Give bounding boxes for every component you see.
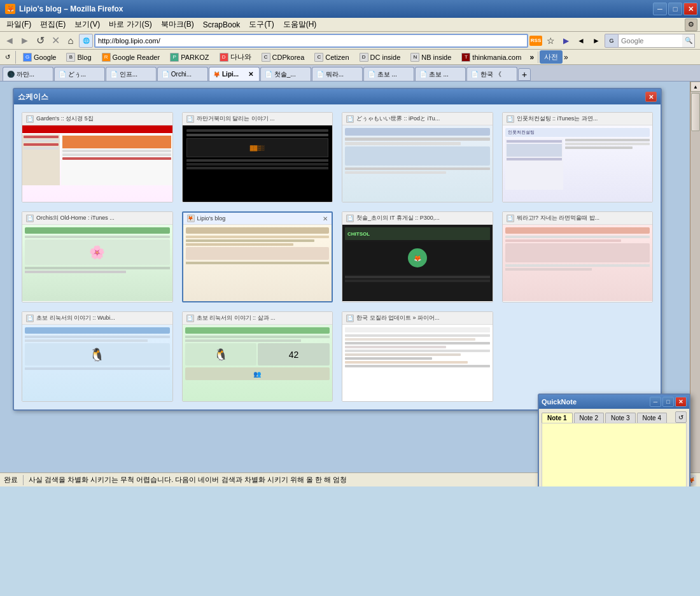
quicknote-refresh[interactable]: ↺: [675, 411, 687, 423]
bookmark-reader[interactable]: R Google Reader: [97, 51, 165, 64]
quicknote-close[interactable]: ✕: [675, 397, 687, 407]
quicknote-title-bar: QuickNote ─ □ ✕: [539, 395, 689, 409]
thumbnail-gardens[interactable]: 📄 Garden's :: 성시경 5집: [22, 112, 173, 202]
vertical-scrollbar[interactable]: ▲ ▼: [690, 82, 700, 486]
tab-2-label: 📄 인프...: [110, 70, 137, 79]
tab-5-label: 📄 첫솔_...: [265, 70, 296, 79]
menu-bookmarks[interactable]: 북마크(B): [157, 18, 198, 31]
quicknote-win-controls: ─ □ ✕: [650, 397, 687, 407]
cetizen-icon: C: [314, 53, 323, 62]
maximize-button[interactable]: □: [668, 3, 682, 15]
back-button[interactable]: ◄: [3, 34, 17, 48]
search-input[interactable]: [619, 34, 682, 48]
firefox-icon: 🦊: [5, 4, 15, 14]
minimize-button[interactable]: ─: [653, 3, 667, 15]
menu-view[interactable]: 보기(V): [71, 18, 104, 31]
thumbnail-orchis[interactable]: 📄 Orchis의 Old-Home : iTunes ... 🌸: [22, 211, 173, 302]
title-bar: 🦊 Lipio's blog – Mozilla Firefox ─ □ ✕: [0, 0, 700, 18]
scrollbar-thumb[interactable]: [691, 93, 700, 131]
stop-button[interactable]: ✕: [48, 34, 62, 48]
status-sep1: [23, 475, 24, 485]
search-go-button[interactable]: 🔍: [682, 34, 695, 48]
bookmark-dict[interactable]: 사전: [540, 50, 563, 64]
add-tab-button[interactable]: +: [518, 68, 531, 81]
quicknote-tab-2[interactable]: Note 2: [574, 413, 604, 423]
thumbnail-lipio-close[interactable]: ✕: [323, 215, 328, 222]
thumbnail-chobo2-preview: 🐧 42 👥: [183, 325, 333, 401]
bookmarks-more[interactable]: »: [527, 53, 536, 62]
bookmark-google[interactable]: G Google: [18, 51, 60, 64]
bookmark-danawa[interactable]: D 다나와: [215, 50, 256, 64]
home-button[interactable]: ⌂: [64, 34, 78, 48]
quicknote-maximize[interactable]: □: [662, 397, 674, 407]
thumbnail-lipio[interactable]: 🦊 Lipio's blog ✕: [182, 211, 333, 302]
menu-edit[interactable]: 편집(E): [36, 18, 69, 31]
scrollbar-track[interactable]: [690, 92, 700, 476]
tab-9[interactable]: 📄 한국 《: [466, 67, 517, 81]
thumbnail-what-icon: 📄: [507, 215, 514, 222]
thumbnail-mozilla[interactable]: 📄 한국 모질라 업데이트 » 파이어...: [342, 311, 493, 402]
menu-tools[interactable]: 도구(T): [245, 18, 277, 31]
bookmark-star[interactable]: ☆: [543, 34, 557, 48]
thumbnail-infp[interactable]: 📄 인풋처컨설팅 :: iTunes는 과연... 인풋처컨설팅: [502, 112, 654, 202]
tab-7[interactable]: 📄 초보 ...: [363, 67, 414, 81]
settings-icon[interactable]: ⚙: [685, 18, 697, 31]
close-button[interactable]: ✕: [683, 3, 697, 15]
quicknote-tab-1[interactable]: Note 1: [542, 413, 573, 423]
tab-0-label: 🌑 까만...: [7, 70, 34, 79]
thumbnail-gardens-title: Garden's :: 성시경 5집: [36, 115, 169, 123]
nbinside-icon: N: [410, 53, 419, 62]
quicknote-tab-4[interactable]: Note 4: [637, 413, 667, 423]
next-page[interactable]: ►: [589, 34, 603, 48]
quicknote-body[interactable]: [542, 423, 687, 486]
thumbnail-chitsol[interactable]: 📄 첫솔_초이의 IT 휴게실 :: P300,... CHITSOL 🦊: [342, 211, 493, 302]
tab-8-label: 📄 초보 ...: [419, 70, 449, 79]
tab-1[interactable]: 📄 どぅ...: [54, 67, 105, 81]
bookmark-thinkmania-label: thinkmania.com: [472, 53, 521, 61]
thumbnail-grid: 📄 Garden's :: 성시경 5집: [22, 112, 653, 402]
menu-bar: 파일(F) 편집(E) 보기(V) 바로 가기(S) 북마크(B) ScrapB…: [0, 18, 700, 32]
bookmark-cdpkorea[interactable]: C CDPkorea: [257, 51, 309, 64]
google-icon: G: [23, 53, 32, 62]
thumbnail-what-preview: [503, 225, 653, 301]
bookmark-parkoz[interactable]: P PARKOZ: [165, 51, 213, 64]
quicknote-minimize[interactable]: ─: [650, 397, 661, 407]
thumbnail-chobo2[interactable]: 📄 초보 리눅서의 이야기 :: 삶과 ... 🐧 42 �: [182, 311, 333, 402]
bookmark-blog[interactable]: B Blog: [62, 51, 95, 64]
showcase-close-button[interactable]: ✕: [645, 92, 657, 102]
bookmark-cetizen[interactable]: C Cetizen: [310, 51, 353, 64]
scrollbar-up[interactable]: ▲: [690, 82, 700, 92]
thumbnail-kaman[interactable]: 📄 까만거북미의 달리는 이야기 ... ▓▓▒░: [182, 112, 333, 202]
menu-help[interactable]: 도움말(H): [279, 18, 321, 31]
quicknote-tab-3[interactable]: Note 3: [605, 413, 635, 423]
bookmarks-refresh[interactable]: ↺: [3, 52, 13, 62]
rss-button[interactable]: RSS: [529, 36, 542, 46]
tab-3[interactable]: 📄 Orchi...: [157, 67, 208, 81]
menu-history[interactable]: 바로 가기(S): [105, 18, 155, 31]
go-button[interactable]: ▶: [559, 34, 573, 48]
tab-4[interactable]: 🦊 Lipi... ✕: [209, 67, 260, 81]
menu-file[interactable]: 파일(F): [3, 18, 35, 31]
bookmark-thinkmania[interactable]: T thinkmania.com: [457, 51, 526, 64]
tab-0[interactable]: 🌑 까만...: [3, 67, 53, 81]
reload-button[interactable]: ↺: [33, 34, 47, 48]
address-bar[interactable]: [94, 34, 528, 48]
tab-6[interactable]: 📄 뭐라...: [312, 67, 363, 81]
thumbnail-what[interactable]: 📄 뭐라고!? 자네는 라면먹을때 밥...: [502, 211, 654, 302]
tab-4-favicon: 🦊: [213, 71, 220, 78]
bookmark-dcinside[interactable]: D DC inside: [355, 51, 405, 64]
bookmarks-overflow[interactable]: »: [564, 53, 574, 62]
bookmark-nbinside[interactable]: N NB inside: [406, 51, 456, 64]
tab-4-close[interactable]: ✕: [246, 70, 255, 79]
tab-5[interactable]: 📄 첫솔_...: [260, 67, 311, 81]
forward-button[interactable]: ►: [18, 34, 32, 48]
thumbnail-chobo1[interactable]: 📄 초보 리눅서의 이야기 :: Wubi... 🐧: [22, 311, 173, 402]
thumbnail-infp-preview: 인풋처컨설팅: [503, 125, 653, 202]
thumbnail-kaman-icon: 📄: [186, 115, 194, 123]
tab-8[interactable]: 📄 초보 ...: [415, 67, 466, 81]
tab-2[interactable]: 📄 인프...: [106, 67, 157, 81]
thumbnail-ipod[interactable]: 📄 どぅゃもいい世界 :: iPodと iTu...: [342, 112, 493, 202]
quicknote-window: QuickNote ─ □ ✕ Note 1 Note 2 Note 3 Not…: [538, 394, 690, 486]
menu-scrapbook[interactable]: ScrapBook: [199, 19, 244, 31]
prev-page[interactable]: ◄: [574, 34, 588, 48]
